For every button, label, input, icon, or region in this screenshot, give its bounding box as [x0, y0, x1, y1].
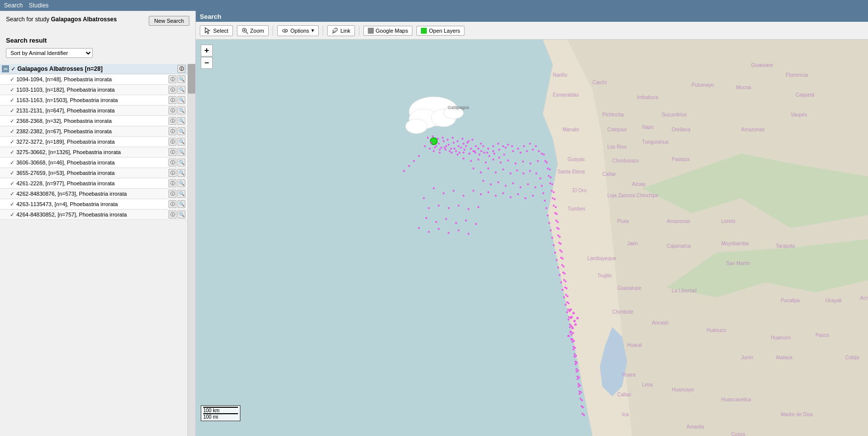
scrollbar-track[interactable]	[187, 64, 195, 436]
svg-point-104	[433, 150, 435, 152]
svg-point-330	[503, 154, 505, 156]
svg-point-244	[569, 326, 571, 328]
collapse-group-button[interactable]: −	[2, 65, 9, 72]
animal-search-button[interactable]: 🔍	[177, 159, 185, 166]
animal-check: ✓	[10, 108, 14, 114]
svg-point-272	[443, 192, 445, 194]
svg-point-278	[448, 207, 450, 209]
svg-point-228	[545, 207, 547, 209]
svg-point-147	[510, 172, 512, 174]
animal-info-button[interactable]: ⓘ	[169, 211, 176, 218]
animal-label: 3606-30668, [n=46], Phoebastria irrorata	[16, 160, 167, 165]
animal-search-button[interactable]: 🔍	[177, 200, 185, 208]
svg-point-221	[581, 399, 583, 401]
animal-info-button[interactable]: ⓘ	[169, 107, 176, 114]
svg-point-87	[455, 150, 457, 152]
animal-search-button[interactable]: 🔍	[177, 138, 185, 146]
animal-label: 1163-1163, [n=1503], Phoebastria irrorat…	[16, 97, 167, 103]
select-button[interactable]: Select	[200, 25, 233, 36]
animal-search-button[interactable]: 🔍	[177, 190, 185, 198]
svg-point-250	[576, 371, 578, 373]
map-header: Search	[196, 11, 868, 22]
animal-info-button[interactable]: ⓘ	[169, 138, 176, 146]
animal-search-button[interactable]: 🔍	[177, 211, 185, 218]
animal-label: 4263-1135473, [n=4], Phoebastria irrorat…	[16, 201, 167, 207]
svg-point-224	[539, 177, 541, 179]
svg-point-279	[458, 205, 460, 207]
group-info-button[interactable]: ⓘ	[177, 65, 185, 73]
svg-text:Florencia: Florencia	[786, 72, 809, 78]
svg-point-298	[577, 317, 579, 320]
svg-point-91	[475, 145, 477, 147]
svg-point-310	[457, 140, 459, 142]
animal-search-button[interactable]: 🔍	[177, 179, 185, 187]
svg-point-119	[523, 145, 525, 147]
sort-select[interactable]: Sort by Animal IdentifierSort by DateSor…	[6, 48, 93, 58]
svg-point-327	[488, 155, 490, 157]
svg-point-167	[561, 264, 563, 266]
animal-info-button[interactable]: ⓘ	[169, 169, 176, 177]
zoom-in-button[interactable]: +	[201, 45, 213, 56]
new-search-button[interactable]: New Search	[149, 16, 189, 26]
svg-point-262	[472, 190, 474, 192]
scrollbar-thumb[interactable]	[188, 64, 195, 94]
animal-info-button[interactable]: ⓘ	[169, 148, 176, 156]
animal-search-button[interactable]: 🔍	[177, 117, 185, 125]
list-item: ✓4262-84830876, [n=573], Phoebastria irr…	[0, 189, 187, 199]
svg-text:Putumayo: Putumayo	[692, 82, 714, 88]
svg-point-315	[429, 148, 431, 150]
animal-info-button[interactable]: ⓘ	[169, 75, 176, 83]
animal-info-button[interactable]: ⓘ	[169, 159, 176, 166]
scale-bar: 100 km 100 mi	[201, 405, 240, 421]
animal-icons: ⓘ🔍	[169, 169, 185, 177]
list-item: ✓1094-1094, [n=48], Phoebastria irrorata…	[0, 74, 187, 85]
svg-point-212	[572, 332, 574, 334]
svg-point-255	[490, 183, 492, 185]
google-maps-button[interactable]: Google Maps	[363, 26, 412, 36]
svg-point-152	[541, 153, 543, 155]
svg-point-226	[542, 192, 544, 194]
svg-point-128	[470, 160, 472, 162]
zoom-out-button[interactable]: −	[201, 57, 213, 69]
svg-point-151	[535, 172, 537, 174]
animal-search-button[interactable]: 🔍	[177, 96, 185, 104]
animal-search-button[interactable]: 🔍	[177, 169, 185, 177]
nav-search[interactable]: Search	[4, 2, 23, 9]
svg-point-124	[526, 150, 528, 152]
animal-label: 4261-2228, [n=977], Phoebastria irrorata	[16, 180, 167, 186]
svg-point-229	[547, 215, 549, 217]
animal-check: ✓	[10, 149, 14, 156]
animal-search-button[interactable]: 🔍	[177, 148, 185, 156]
animal-search-button[interactable]: 🔍	[177, 107, 185, 114]
svg-point-106	[445, 149, 447, 151]
open-layers-button[interactable]: Open Layers	[416, 26, 464, 36]
animal-check: ✓	[10, 128, 14, 135]
list-item: ✓2368-2368, [n=32], Phoebastria irrorata…	[0, 116, 187, 126]
svg-point-256	[497, 181, 499, 183]
svg-text:Atalaya: Atalaya	[776, 355, 793, 360]
zoom-button[interactable]: Zoom	[237, 25, 269, 36]
animal-info-button[interactable]: ⓘ	[169, 200, 176, 208]
svg-point-194	[554, 198, 556, 200]
svg-point-220	[580, 391, 582, 393]
svg-text:Pastaza: Pastaza	[672, 157, 690, 162]
link-button[interactable]: Link	[327, 25, 355, 36]
animal-info-button[interactable]: ⓘ	[169, 117, 176, 125]
animal-search-button[interactable]: 🔍	[177, 86, 185, 94]
svg-point-283	[435, 221, 437, 223]
nav-studies[interactable]: Studies	[29, 2, 49, 9]
map-container[interactable]: Florencia Guaviare Mocoa Caquetá Esmeral…	[196, 40, 868, 436]
animal-label: 1103-1103, [n=182], Phoebastria irrorata	[16, 87, 167, 93]
svg-point-169	[563, 279, 565, 281]
svg-point-276	[428, 207, 430, 209]
link-icon	[332, 27, 339, 34]
options-button[interactable]: Options ▾	[277, 25, 319, 36]
animal-info-button[interactable]: ⓘ	[169, 190, 176, 198]
animal-info-button[interactable]: ⓘ	[169, 127, 176, 135]
animal-search-button[interactable]: 🔍	[177, 127, 185, 135]
animal-info-button[interactable]: ⓘ	[169, 96, 176, 104]
animal-info-button[interactable]: ⓘ	[169, 86, 176, 94]
animal-info-button[interactable]: ⓘ	[169, 179, 176, 187]
svg-text:Cajamarca: Cajamarca	[667, 243, 691, 249]
animal-search-button[interactable]: 🔍	[177, 75, 185, 83]
